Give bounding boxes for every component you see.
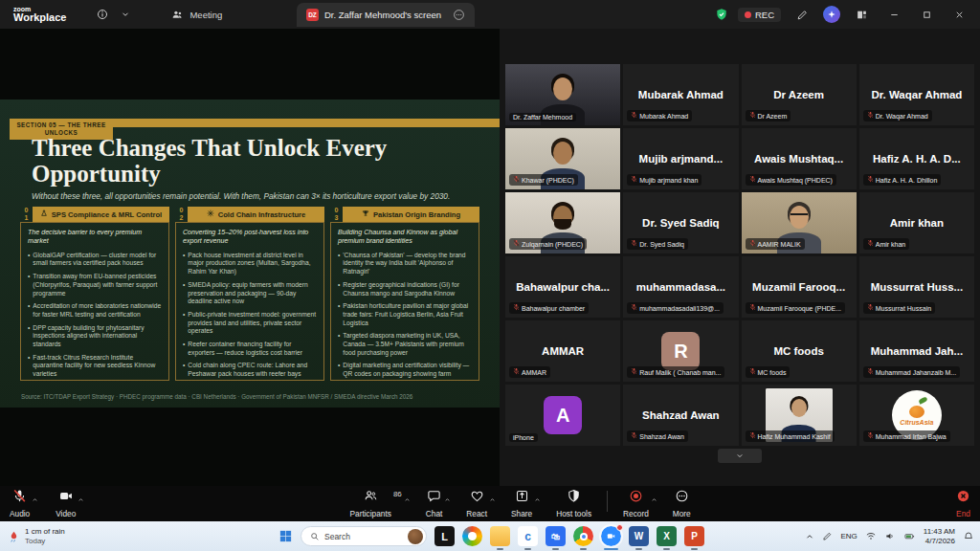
store-icon[interactable]: 🛍 <box>546 526 566 546</box>
video-chevron-icon[interactable] <box>78 490 84 507</box>
participant-tile-hafiz-a-h-a-dhillon[interactable]: Hafiz A. H. A. D...Hafiz A. H. A. Dhillo… <box>859 128 974 189</box>
host-tools-button[interactable]: Host tools <box>556 489 591 518</box>
tab-shared-screen[interactable]: DZ Dr. Zaffar Mehmood's screen <box>297 3 475 27</box>
participants-button[interactable]: Participants86 <box>350 489 411 518</box>
ellipsis-icon[interactable] <box>453 9 465 21</box>
end-label: End <box>956 509 970 518</box>
minimize-button[interactable] <box>882 4 905 25</box>
participant-tile-muhammadasadali139[interactable]: muhammadasa...muhammadasadali139@... <box>623 256 738 318</box>
excel-icon[interactable]: X <box>657 526 677 546</box>
participant-tile-shahzad-awan[interactable]: Shahzad AwanShahzad Awan <box>623 385 738 446</box>
react-chevron-icon[interactable] <box>489 490 496 507</box>
slide-column-01: 01SPS Compliance & MRL ControlThe decisi… <box>20 207 169 381</box>
more-participants-button[interactable] <box>718 449 762 463</box>
tab-meeting[interactable]: Meeting <box>171 9 222 21</box>
info-icon[interactable] <box>91 4 114 25</box>
participant-name-label: Amir khan <box>863 238 910 250</box>
participant-tile-bahawalpur-chamber[interactable]: Bahawalpur cha...Bahawalpur chamber <box>505 256 620 318</box>
snowflake-icon <box>207 209 214 219</box>
audio-chevron-icon[interactable] <box>32 490 38 507</box>
share-button[interactable]: Share <box>511 489 541 518</box>
record-button[interactable]: Record <box>623 489 657 518</box>
column-body: Converting 15–20% post-harvest loss into… <box>175 222 324 381</box>
letter-l-app-icon[interactable]: L <box>434 526 455 546</box>
notification-bell-icon[interactable] <box>963 531 974 542</box>
zoom-icon[interactable] <box>601 526 621 546</box>
taskbar-weather-widget[interactable]: 1 cm of rain Today <box>8 527 65 545</box>
record-chevron-icon[interactable] <box>651 490 657 507</box>
column-bullet: •Reefer container financing facility for… <box>183 341 317 357</box>
security-shield-icon[interactable] <box>715 8 728 21</box>
participant-label-text: Bahawalpur chamber <box>522 305 585 312</box>
file-explorer-icon[interactable] <box>490 526 510 546</box>
logo-text: CitrusAsia <box>900 419 933 426</box>
participant-tile-mujib-arjmand-khan[interactable]: Mujib arjmand...Mujib arjmand khan <box>623 128 738 189</box>
share-chevron-icon[interactable] <box>534 490 541 507</box>
participant-tile-amir-khan[interactable]: Amir khanAmir khan <box>859 192 974 253</box>
annotate-pencil-icon[interactable] <box>791 4 813 25</box>
shield-icon <box>567 489 581 507</box>
trophy-icon <box>362 209 369 219</box>
participant-tile-hafiz-muhammad-kashif[interactable]: Hafiz Muhammad Kashif <box>742 385 857 446</box>
participant-name-label: Hafiz Muhammad Kashif <box>746 430 835 442</box>
meeting-toolbar: AudioVideoParticipants86ChatReactShareHo… <box>0 486 980 521</box>
share-icon <box>515 489 529 507</box>
participant-tile-muhammad-irfan-bajwa[interactable]: CitrusAsiaMuhammad Irfan Bajwa <box>859 385 974 446</box>
participant-tile-dr-zaffar-mehmood[interactable]: Dr. Zaffar Mehmood <box>505 64 620 125</box>
participant-name-label: MC foods <box>746 366 791 378</box>
chat-chevron-icon[interactable] <box>444 490 451 507</box>
start-button[interactable] <box>278 529 293 543</box>
audio-button[interactable]: Audio <box>10 489 38 518</box>
participant-tile-khawar-phdec[interactable]: Khawar (PHDEC) <box>505 128 620 189</box>
participant-tile-muhammad-jahanzaib-m[interactable]: Muhammad Jah...Muhammad Jahanzaib M... <box>859 320 974 382</box>
view-layout-icon[interactable] <box>850 4 873 25</box>
maximize-button[interactable] <box>915 4 938 25</box>
more-button[interactable]: More <box>673 489 691 518</box>
taskbar-clock[interactable]: 11:43 AM 4/7/2026 <box>924 527 955 546</box>
video-button[interactable]: Video <box>56 489 84 518</box>
participant-name-label: Dr. Syed Sadiq <box>627 238 688 250</box>
participant-tile-rauf-malik-chanab-man[interactable]: RRauf Malik ( Chanab man... <box>623 320 738 382</box>
zoom-workplace-logo: zoom Workplace <box>13 6 66 23</box>
participant-name: Muzamil Farooq... <box>749 281 848 293</box>
participant-label-text: Dr Azeem <box>758 113 788 120</box>
participant-tile-dr-syed-sadiq[interactable]: Dr. Syed SadiqDr. Syed Sadiq <box>623 192 738 253</box>
chat-button[interactable]: Chat <box>426 489 452 518</box>
language-indicator[interactable]: ENG <box>840 532 857 540</box>
participant-tile-muzamil-farooque-phde[interactable]: Muzamil Farooq...Muzamil Farooque (PHDE.… <box>742 256 857 318</box>
copilot-icon[interactable] <box>462 526 482 546</box>
participant-tile-mc-foods[interactable]: MC foodsMC foods <box>742 320 857 382</box>
word-icon[interactable]: W <box>629 526 649 546</box>
participant-tile-mussurrat-hussain[interactable]: Mussurrat Huss...Mussurrat Hussain <box>859 256 974 318</box>
column-number: 02 <box>175 207 188 222</box>
participant-tile-iphone[interactable]: AiPhone <box>505 385 620 446</box>
tray-chevron-up-icon[interactable] <box>805 532 814 541</box>
participant-tile-zulqarnain-phdec[interactable]: Zulqarnain (PHDEC) <box>505 192 620 253</box>
participants-chevron-icon[interactable] <box>404 490 411 507</box>
shared-screen-area: SECTION 05 — THE THREE UNLOCKS Three Cha… <box>0 29 500 486</box>
chrome-icon[interactable] <box>573 526 593 546</box>
flask-icon <box>40 209 48 219</box>
edge-icon[interactable]: c <box>518 526 538 546</box>
participant-tile-aamir-malik[interactable]: AAMIR MALIK <box>742 192 857 253</box>
search-input[interactable]: Search <box>301 526 427 546</box>
participant-tile-dr-waqar-ahmad[interactable]: Dr. Waqar AhmadDr. Waqar Ahmad <box>859 64 974 125</box>
react-button[interactable]: React <box>466 489 496 518</box>
column-number: 01 <box>20 207 33 222</box>
volume-icon[interactable] <box>884 531 896 541</box>
participant-name: Hafiz A. H. A. D... <box>870 153 964 165</box>
battery-icon[interactable] <box>903 531 916 541</box>
pen-input-icon[interactable] <box>822 531 833 541</box>
close-button[interactable] <box>947 4 970 25</box>
chevron-down-icon[interactable] <box>114 4 137 25</box>
powerpoint-icon[interactable]: P <box>684 526 704 546</box>
participant-tile-dr-azeem[interactable]: Dr AzeemDr Azeem <box>742 64 857 125</box>
wifi-icon[interactable] <box>865 531 877 541</box>
search-highlight-image <box>408 529 423 544</box>
participant-tile-mubarak-ahmad[interactable]: Mubarak AhmadMubarak Ahmad <box>623 64 738 125</box>
participant-name-label: Dr. Zaffar Mehmood <box>509 113 576 121</box>
ai-companion-icon[interactable] <box>823 6 840 23</box>
participant-tile-ammar[interactable]: AMMARAMMAR <box>505 320 620 382</box>
participant-tile-awais-mushtaq-phdec[interactable]: Awais Mushtaq...Awais Mushtaq (PHDEC) <box>742 128 857 189</box>
end-button[interactable]: End <box>956 489 970 518</box>
